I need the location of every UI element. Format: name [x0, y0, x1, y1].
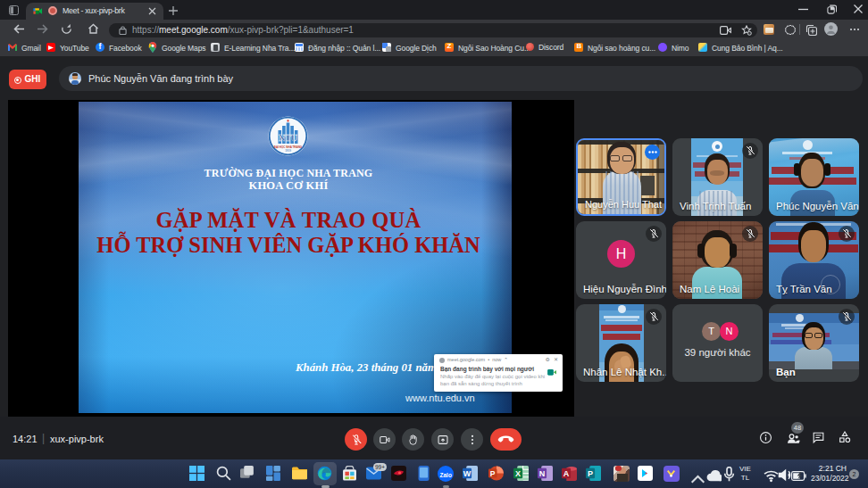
- svg-text:P: P: [490, 469, 496, 478]
- svg-text:N: N: [539, 469, 546, 478]
- svg-text:1959: 1959: [285, 149, 291, 153]
- svg-text:W: W: [463, 469, 472, 478]
- svg-text:X: X: [515, 469, 521, 478]
- svg-text:NTU: NTU: [279, 133, 297, 143]
- svg-text:A: A: [563, 469, 570, 478]
- svg-text:P: P: [588, 469, 593, 478]
